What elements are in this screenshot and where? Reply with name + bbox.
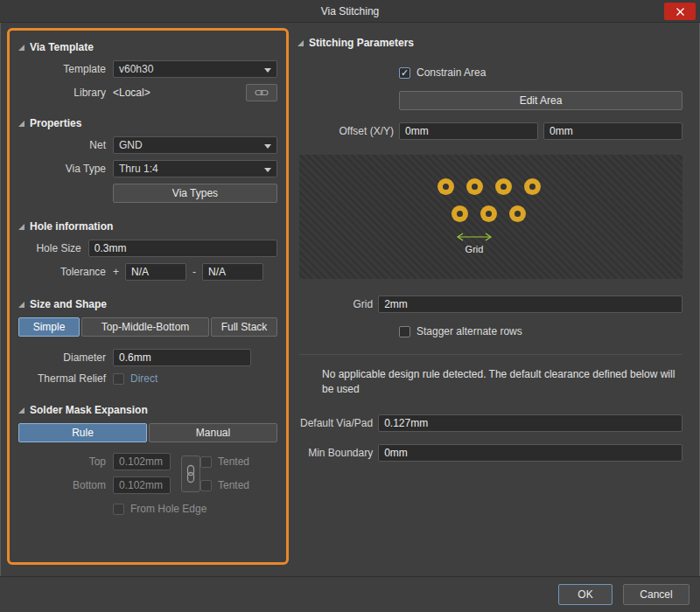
library-link-button[interactable]	[246, 84, 277, 101]
diameter-label: Diameter	[18, 351, 106, 364]
sm-top-label: Top	[18, 456, 106, 468]
direct-label: Direct	[130, 372, 158, 385]
section-title: Hole information	[30, 220, 113, 233]
chevron-down-icon	[264, 68, 271, 73]
library-label: Library	[18, 87, 106, 99]
template-value: v60h30	[119, 63, 153, 75]
preview-grid-caption: Grid	[455, 244, 494, 254]
stack-mode-tabs: Simple Top-Middle-Bottom Full Stack	[18, 317, 277, 337]
diameter-input[interactable]	[113, 349, 251, 366]
via-pad	[466, 178, 483, 195]
tab-full-stack[interactable]: Full Stack	[211, 317, 277, 337]
via-type-dropdown[interactable]: Thru 1:4	[113, 160, 277, 177]
tolerance-minus-input[interactable]	[202, 263, 263, 281]
collapse-icon	[18, 121, 24, 127]
constrain-area-checkbox[interactable]	[399, 67, 410, 79]
link-icon	[255, 88, 269, 97]
via-template-panel: Via Template Template v60h30 Library <Lo…	[7, 28, 289, 565]
collapse-icon	[18, 224, 24, 230]
tolerance-plus-sign: +	[113, 266, 119, 278]
grid-spacing-arrow-icon	[455, 232, 494, 242]
cancel-button[interactable]: Cancel	[623, 584, 690, 605]
default-viapad-input[interactable]	[378, 414, 682, 432]
sm-bottom-label: Bottom	[18, 479, 106, 491]
sm-bottom-input[interactable]	[113, 476, 171, 494]
hole-size-input[interactable]	[88, 240, 277, 257]
tented-top-label: Tented	[218, 456, 249, 468]
tented-top-checkbox[interactable]	[200, 456, 212, 468]
section-properties[interactable]: Properties	[18, 117, 277, 129]
hole-size-label: Hole Size	[18, 242, 81, 254]
tab-manual[interactable]: Manual	[149, 423, 277, 442]
via-pad	[509, 205, 526, 222]
collapse-icon	[18, 45, 24, 51]
section-title: Solder Mask Expansion	[30, 404, 148, 416]
dialog-body: Via Template Template v60h30 Library <Lo…	[0, 23, 700, 577]
collapse-icon	[18, 407, 24, 414]
stagger-checkbox[interactable]	[399, 326, 410, 337]
net-dropdown[interactable]: GND	[113, 136, 277, 154]
close-icon	[676, 7, 685, 17]
link-values-button[interactable]	[181, 456, 200, 492]
library-value: <Local>	[113, 87, 241, 99]
section-hole-information[interactable]: Hole information	[18, 220, 277, 233]
tolerance-label: Tolerance	[18, 266, 106, 278]
design-rule-notice: No applicable design rule detected. The …	[322, 367, 676, 398]
offset-y-input[interactable]	[543, 122, 682, 140]
section-via-template[interactable]: Via Template	[18, 41, 277, 53]
dialog-title: Via Stitching	[321, 5, 380, 17]
constrain-area-label: Constrain Area	[416, 66, 486, 79]
close-button[interactable]	[664, 3, 696, 20]
solder-mask-tabs: Rule Manual	[18, 423, 277, 442]
tab-simple[interactable]: Simple	[18, 317, 80, 337]
ok-button[interactable]: OK	[558, 584, 612, 605]
direct-checkbox[interactable]	[113, 373, 124, 385]
min-boundary-input[interactable]	[378, 444, 682, 462]
titlebar[interactable]: Via Stitching	[0, 0, 700, 23]
from-hole-edge-label: From Hole Edge	[130, 503, 206, 515]
section-size-and-shape[interactable]: Size and Shape	[18, 298, 277, 310]
divider	[299, 354, 682, 355]
section-solder-mask[interactable]: Solder Mask Expansion	[18, 404, 277, 416]
sm-top-input[interactable]	[113, 453, 171, 470]
template-dropdown[interactable]: v60h30	[113, 60, 277, 78]
via-pad	[495, 178, 512, 195]
offset-label: Offset (X/Y)	[298, 125, 394, 137]
default-viapad-label: Default Via/Pad	[298, 417, 373, 429]
dialog-footer: OK Cancel	[0, 576, 700, 612]
tab-top-middle-bottom[interactable]: Top-Middle-Bottom	[81, 317, 209, 337]
offset-x-input[interactable]	[399, 122, 538, 140]
chain-icon	[186, 464, 196, 483]
tolerance-minus-sign: -	[192, 266, 196, 278]
via-pad	[524, 178, 541, 195]
via-type-label: Via Type	[18, 163, 106, 175]
net-label: Net	[18, 139, 106, 151]
tented-bottom-label: Tented	[218, 479, 249, 491]
via-types-button[interactable]: Via Types	[113, 184, 277, 203]
collapse-icon	[18, 302, 24, 308]
tolerance-plus-input[interactable]	[125, 263, 186, 281]
stagger-label: Stagger alternate rows	[416, 325, 522, 337]
tented-bottom-checkbox[interactable]	[200, 480, 212, 491]
via-pad	[480, 205, 497, 222]
section-title: Stitching Parameters	[309, 37, 414, 49]
template-label: Template	[18, 63, 106, 75]
from-hole-edge-checkbox[interactable]	[113, 504, 124, 515]
stitching-parameters-panel: Stitching Parameters Constrain Area Edit…	[298, 26, 693, 577]
via-pad	[438, 178, 454, 195]
stitching-preview: Grid	[299, 155, 682, 279]
chevron-down-icon	[264, 168, 271, 172]
grid-input[interactable]	[378, 296, 682, 313]
via-stitching-dialog: { "dialog": { "title": "Via Stitching", …	[0, 0, 700, 612]
tab-rule[interactable]: Rule	[18, 423, 147, 442]
section-title: Size and Shape	[30, 298, 107, 310]
section-title: Properties	[30, 117, 81, 129]
thermal-relief-label: Thermal Relief	[18, 372, 106, 385]
edit-area-button[interactable]: Edit Area	[399, 91, 682, 110]
grid-label: Grid	[298, 298, 373, 310]
via-type-value: Thru 1:4	[119, 163, 158, 175]
chevron-down-icon	[264, 144, 271, 149]
collapse-icon	[298, 40, 304, 46]
via-pad	[452, 205, 468, 222]
section-stitching-parameters[interactable]: Stitching Parameters	[298, 37, 682, 49]
